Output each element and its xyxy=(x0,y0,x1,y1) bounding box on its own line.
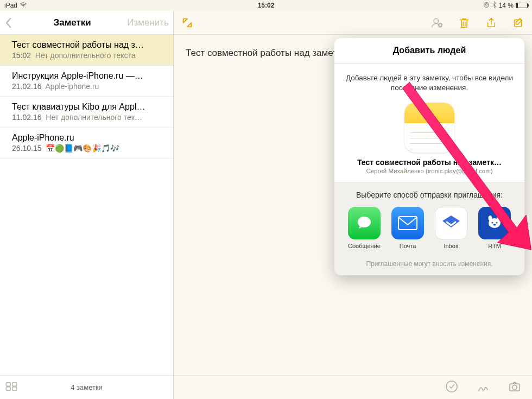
edit-button[interactable]: Изменить xyxy=(127,17,169,28)
camera-button[interactable] xyxy=(508,380,521,395)
share-app-label: Почта xyxy=(390,243,426,249)
add-people-button[interactable] xyxy=(431,17,443,29)
note-row[interactable]: Инструкция Apple-iPhone.ru —… 21.02.16 A… xyxy=(0,66,173,97)
note-row[interactable]: Тест клавиатуры Kibo для Appl… 11.02.16 … xyxy=(0,97,173,128)
note-list: Тест совместной работы над з… 15:02 Нет … xyxy=(0,35,173,375)
bluetooth-icon xyxy=(492,1,497,10)
messages-icon xyxy=(348,207,381,239)
svg-point-12 xyxy=(512,385,517,389)
note-row-date: 26.10.15 xyxy=(12,144,42,153)
device-label: iPad xyxy=(4,2,17,9)
status-time: 15:02 xyxy=(258,2,275,9)
share-app-inbox[interactable]: Inbox xyxy=(433,207,469,249)
note-row-date: 11.02.16 xyxy=(12,113,42,122)
detail-footer xyxy=(174,375,532,399)
back-button[interactable] xyxy=(4,17,17,28)
share-app-messages[interactable]: Сообщение xyxy=(346,207,382,249)
rtm-icon xyxy=(478,207,511,239)
note-row-title: Инструкция Apple-iPhone.ru —… xyxy=(12,71,164,81)
note-row-preview: 📅🟢📘🎮🎨🎉🎵🎶 xyxy=(46,144,119,153)
orientation-lock-icon xyxy=(483,2,490,10)
share-app-label: Inbox xyxy=(433,243,469,249)
battery-icon xyxy=(516,3,528,8)
note-row-title: Тест совместной работы над з… xyxy=(12,40,164,50)
note-row-preview: Нет дополнительного тек… xyxy=(46,113,142,122)
note-row-date: 15:02 xyxy=(12,51,31,60)
share-app-mail[interactable]: Почта xyxy=(390,207,426,249)
share-button[interactable] xyxy=(485,17,497,29)
svg-point-18 xyxy=(496,221,497,223)
popover-note-title: Тест совместной работы над заметк… xyxy=(345,158,514,167)
note-row-title: Apple-iPhone.ru xyxy=(12,133,164,143)
checklist-button[interactable] xyxy=(445,380,458,395)
delete-button[interactable] xyxy=(458,17,470,29)
svg-point-7 xyxy=(434,18,438,23)
note-row-date: 21.02.16 xyxy=(12,82,42,91)
battery-percent: 14 % xyxy=(499,2,514,9)
popover-note-owner: Сергей Михайленко (ironic.play@gmail.com… xyxy=(345,168,514,174)
detail-toolbar xyxy=(174,11,532,35)
svg-point-21 xyxy=(497,222,497,223)
sidebar: Заметки Изменить Тест совместной работы … xyxy=(0,11,174,399)
popover-footer: Приглашенные могут вносить изменения. xyxy=(334,255,524,275)
compose-button[interactable] xyxy=(512,17,524,29)
note-row-preview: Нет дополнительного текста xyxy=(35,51,136,60)
share-app-rtm[interactable]: RTM xyxy=(477,207,512,249)
wifi-icon xyxy=(20,1,27,10)
share-app-label: Сообщение xyxy=(346,243,382,249)
svg-point-10 xyxy=(446,381,457,392)
svg-rect-3 xyxy=(6,382,10,385)
inbox-icon xyxy=(435,207,467,239)
popover-title: Добавить людей xyxy=(334,38,524,64)
share-app-row: Сообщение Почта Inbox xyxy=(344,207,515,251)
svg-point-15 xyxy=(489,216,492,221)
mail-icon xyxy=(391,207,424,239)
notes-app-icon xyxy=(404,103,454,153)
note-row-title: Тест клавиатуры Kibo для Appl… xyxy=(12,102,164,112)
sidebar-header: Заметки Изменить xyxy=(0,11,173,35)
status-bar: iPad 15:02 14 % xyxy=(0,0,532,11)
popover-choose-label: Выберите способ отправки приглашения: xyxy=(344,190,515,200)
svg-rect-5 xyxy=(6,387,10,390)
svg-point-20 xyxy=(492,222,493,223)
expand-button[interactable] xyxy=(181,17,193,29)
svg-point-17 xyxy=(491,221,493,223)
svg-rect-6 xyxy=(12,387,17,390)
popover-description: Добавьте людей в эту заметку, чтобы все … xyxy=(345,73,514,93)
svg-point-1 xyxy=(484,2,489,7)
add-people-popover: Добавить людей Добавьте людей в эту заме… xyxy=(334,38,524,275)
sidebar-title: Заметки xyxy=(54,17,91,28)
note-count: 4 заметки xyxy=(71,383,103,391)
grid-view-button[interactable] xyxy=(5,382,17,393)
svg-rect-4 xyxy=(12,382,17,385)
svg-point-19 xyxy=(493,224,496,225)
note-row[interactable]: Apple-iPhone.ru 26.10.15 📅🟢📘🎮🎨🎉🎵🎶 xyxy=(0,128,173,159)
sidebar-footer: 4 заметки xyxy=(0,375,173,399)
svg-rect-13 xyxy=(398,217,417,230)
svg-point-0 xyxy=(23,6,24,7)
note-row-preview: Apple-iphone.ru xyxy=(46,82,99,91)
note-row[interactable]: Тест совместной работы над з… 15:02 Нет … xyxy=(0,35,173,66)
share-app-label: RTM xyxy=(477,243,512,249)
svg-rect-2 xyxy=(485,4,487,5)
sketch-button[interactable] xyxy=(477,380,490,395)
svg-point-16 xyxy=(497,216,501,221)
note-detail: Тест совместной работы над заметк Добави… xyxy=(174,11,532,399)
